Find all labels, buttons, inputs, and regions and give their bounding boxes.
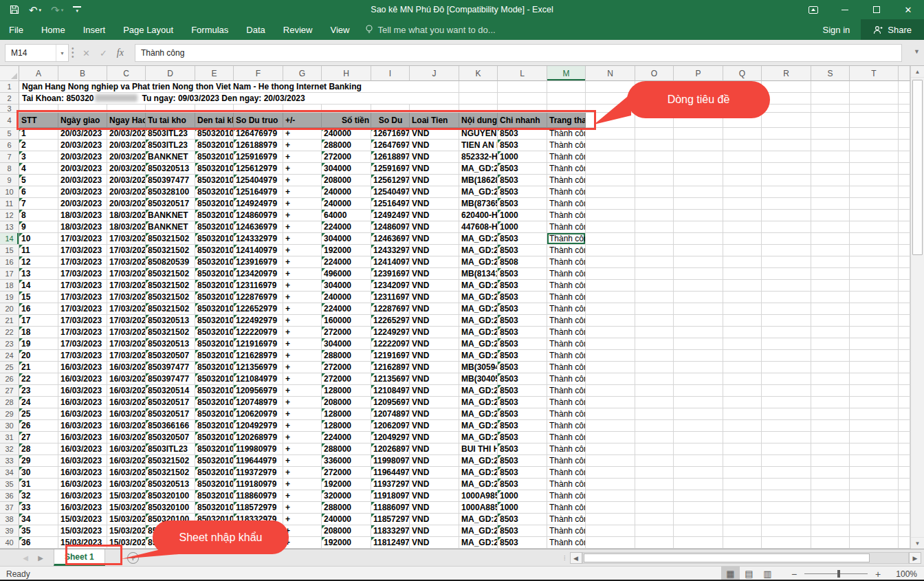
cell[interactable] <box>674 338 723 350</box>
row-header-28[interactable]: 28 <box>0 397 19 408</box>
cell[interactable]: MA_GD:26 <box>459 327 498 338</box>
cell[interactable]: 120492979 <box>234 420 283 432</box>
cell[interactable]: MA_GD:26 <box>459 385 498 397</box>
cell[interactable]: 8503 <box>498 186 547 198</box>
cell[interactable]: 850320100 <box>195 350 234 362</box>
cell[interactable]: 850328100 <box>146 186 195 198</box>
cell[interactable]: 850397477 <box>146 362 195 373</box>
cell[interactable] <box>674 210 723 221</box>
redo-dropdown-icon[interactable]: ▾ <box>61 8 64 12</box>
cell[interactable] <box>811 362 850 373</box>
cell[interactable]: + <box>283 175 322 186</box>
cell[interactable]: 20/03/2023 <box>58 140 107 151</box>
cell[interactable]: 850320100 <box>195 455 234 467</box>
cell[interactable]: Thành công <box>547 408 586 420</box>
cell[interactable]: 25 <box>19 408 58 420</box>
cell[interactable]: 21 <box>19 362 58 373</box>
cell[interactable] <box>674 256 723 268</box>
cell[interactable]: 304000 <box>322 233 371 245</box>
cell[interactable]: 850320100 <box>195 408 234 420</box>
cell[interactable] <box>850 105 899 113</box>
cell[interactable] <box>635 525 674 537</box>
cell[interactable] <box>674 315 723 327</box>
cell[interactable] <box>723 140 762 151</box>
cell[interactable] <box>635 303 674 315</box>
name-box[interactable]: M14 ▼ <box>5 44 69 62</box>
cell[interactable] <box>899 385 910 397</box>
cell[interactable] <box>586 221 635 233</box>
cell[interactable]: 8503 <box>498 455 547 467</box>
cell[interactable] <box>811 408 850 420</box>
close-button[interactable]: ✕ <box>892 0 924 19</box>
cell[interactable] <box>899 105 910 113</box>
cell[interactable]: Thành công <box>547 292 586 303</box>
cell[interactable]: 121628979 <box>234 350 283 362</box>
cell[interactable]: 124636979 <box>371 233 410 245</box>
cell[interactable]: 16/03/2023 <box>58 490 107 502</box>
row-header-16[interactable]: 16 <box>0 256 19 268</box>
cell[interactable]: Thành công <box>547 175 586 186</box>
cell[interactable] <box>899 175 910 186</box>
cell[interactable]: 118572979 <box>371 514 410 525</box>
cell[interactable] <box>811 514 850 525</box>
cell[interactable]: 17/03/2023 <box>58 233 107 245</box>
cell[interactable] <box>674 537 723 549</box>
cell[interactable] <box>586 338 635 350</box>
ribbon-tab-view[interactable]: View <box>321 19 358 40</box>
cell[interactable]: 122652979 <box>234 303 283 315</box>
cell[interactable] <box>459 93 498 105</box>
cell[interactable] <box>723 502 762 514</box>
cell[interactable]: 15/03/2023 <box>58 537 107 549</box>
cell[interactable]: 16/03/2023 <box>58 408 107 420</box>
cell[interactable]: MB(18628 <box>459 175 498 186</box>
cell[interactable]: 36 <box>19 537 58 549</box>
cell[interactable]: 119180979 <box>234 479 283 490</box>
cell[interactable] <box>674 373 723 385</box>
cell[interactable] <box>635 397 674 408</box>
cell[interactable] <box>723 268 762 280</box>
cell[interactable]: + <box>283 186 322 198</box>
cell[interactable] <box>635 467 674 479</box>
cell[interactable] <box>586 163 635 175</box>
cell[interactable]: 16/03/2023 <box>58 467 107 479</box>
cell[interactable] <box>586 292 635 303</box>
cell[interactable]: 8503 <box>498 163 547 175</box>
cell[interactable] <box>674 514 723 525</box>
cell[interactable] <box>723 490 762 502</box>
column-header-J[interactable]: J <box>410 66 459 81</box>
cell[interactable]: 850397477 <box>146 373 195 385</box>
cell[interactable]: 17/03/2023 <box>58 350 107 362</box>
cell[interactable] <box>723 151 762 163</box>
cell[interactable]: 850320100 <box>195 362 234 373</box>
cell[interactable]: 7 <box>19 198 58 210</box>
cell[interactable] <box>899 373 910 385</box>
cell[interactable] <box>586 280 635 292</box>
cell[interactable] <box>811 221 850 233</box>
cell[interactable]: 1000A985( <box>459 490 498 502</box>
cell[interactable]: 8503 <box>498 432 547 443</box>
cell[interactable] <box>899 490 910 502</box>
cell[interactable] <box>586 151 635 163</box>
cell[interactable] <box>762 397 811 408</box>
cell[interactable] <box>635 432 674 443</box>
cell[interactable]: 850320100 <box>195 198 234 210</box>
column-header-N[interactable]: N <box>586 66 635 81</box>
cell[interactable] <box>899 151 910 163</box>
cell[interactable]: 850321502 <box>146 303 195 315</box>
horizontal-scroll-track[interactable] <box>582 552 909 564</box>
cell[interactable]: MB(30405 <box>459 373 498 385</box>
cell[interactable]: 120748979 <box>371 408 410 420</box>
cell[interactable] <box>850 198 899 210</box>
cell[interactable]: 850320100 <box>195 140 234 151</box>
cell[interactable] <box>635 327 674 338</box>
cell[interactable] <box>586 537 635 549</box>
cell[interactable] <box>635 420 674 432</box>
row-header-17[interactable]: 17 <box>0 268 19 280</box>
cell[interactable] <box>811 256 850 268</box>
cell[interactable] <box>586 268 635 280</box>
cell[interactable] <box>850 210 899 221</box>
cell[interactable] <box>674 327 723 338</box>
cell[interactable]: 850320513 <box>146 315 195 327</box>
cell[interactable]: VND <box>410 350 459 362</box>
cell[interactable] <box>635 373 674 385</box>
